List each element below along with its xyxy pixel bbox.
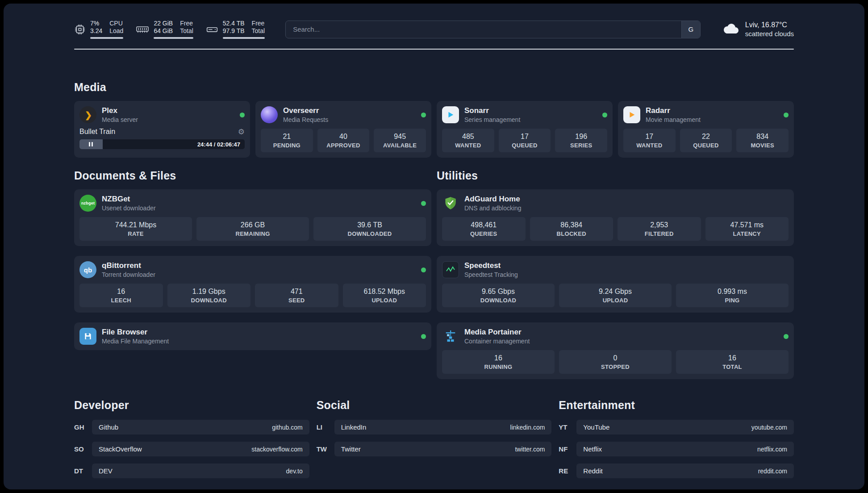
- link-tag: DT: [74, 467, 92, 475]
- system-metrics: 7% 3.24 CPU Load: [74, 20, 265, 39]
- adguard-card[interactable]: AdGuard Home DNS and adblocking 498,461 …: [437, 189, 794, 246]
- stat-box: 16 TOTAL: [676, 350, 789, 374]
- link-row: YT YouTube youtube.com: [559, 420, 794, 435]
- portainer-icon: [442, 328, 459, 345]
- stat-box: 485 WANTED: [442, 129, 494, 152]
- app-name: qBittorrent: [102, 261, 155, 270]
- status-dot: [421, 201, 426, 206]
- radarr-card[interactable]: Radarr Movie management 17 WANTED 22 QUE…: [618, 101, 794, 158]
- speedtest-stats: 9.65 Gbps DOWNLOAD 9.24 Gbps UPLOAD 0.99…: [442, 284, 789, 307]
- app-subtitle: Media server: [102, 116, 138, 123]
- sonarr-card[interactable]: Sonarr Series management 485 WANTED 17 Q…: [437, 101, 613, 158]
- link-tag: NF: [559, 445, 576, 453]
- nzbget-card[interactable]: nzbget NZBGet Usenet downloader 744.21 M…: [74, 189, 431, 246]
- stat-value: 17: [625, 133, 674, 141]
- status-dot: [784, 334, 789, 339]
- overseerr-card[interactable]: Overseerr Media Requests 21 PENDING 40 A…: [255, 101, 431, 158]
- qbittorrent-meta: qBittorrent Torrent downloader: [102, 261, 155, 278]
- filebrowser-card[interactable]: File Browser Media File Management: [74, 322, 431, 350]
- cpu-load-label: Load: [109, 27, 123, 35]
- section-entertainment: Entertainment YT YouTube youtube.com NF …: [559, 399, 794, 485]
- ram-total-label: Total: [180, 27, 193, 35]
- link-github[interactable]: Github github.com: [92, 420, 309, 435]
- speedtest-card[interactable]: Speedtest Speedtest Tracking 9.65 Gbps D…: [437, 256, 794, 313]
- app-name: Speedtest: [464, 261, 518, 270]
- plex-card[interactable]: ❯ Plex Media server Bullet Train ⚙︎ 24:4…: [74, 101, 250, 158]
- stat-label: APPROVED: [319, 142, 368, 149]
- portainer-card[interactable]: Media Portainer Container management 16 …: [437, 322, 794, 379]
- stat-box: 471 SEED: [255, 284, 338, 307]
- link-name: Netflix: [583, 445, 602, 453]
- link-url: dev.to: [286, 468, 303, 475]
- search-engine-button[interactable]: G: [681, 21, 700, 38]
- top-bar: 7% 3.24 CPU Load: [74, 20, 794, 39]
- link-stackoverflow[interactable]: StackOverflow stackoverflow.com: [92, 442, 309, 456]
- stat-box: 196 SERIES: [555, 129, 607, 152]
- app-name: Plex: [102, 106, 138, 115]
- link-row: GH Github github.com: [74, 420, 309, 435]
- qbittorrent-card-head: qb qBittorrent Torrent downloader: [79, 261, 426, 278]
- link-row: SO StackOverflow stackoverflow.com: [74, 442, 309, 456]
- stat-label: DOWNLOADED: [315, 230, 424, 237]
- search-input[interactable]: [286, 21, 681, 38]
- disk-metric-body: 52.4 TB 97.9 TB Free Total: [223, 20, 265, 39]
- filebrowser-icon: [79, 328, 96, 345]
- app-name: Media Portainer: [464, 328, 530, 337]
- link-url: stackoverflow.com: [251, 446, 302, 453]
- gear-icon[interactable]: ⚙︎: [238, 128, 245, 136]
- ram-free-value: 22 GiB: [154, 20, 173, 27]
- sonarr-card-head: Sonarr Series management: [442, 106, 607, 123]
- app-name: File Browser: [102, 328, 169, 337]
- stat-box: 945 AVAILABLE: [374, 129, 426, 152]
- section-documents: Documents & Files nzbget NZBGet Usenet d…: [74, 169, 431, 379]
- nzbget-card-head: nzbget NZBGet Usenet downloader: [79, 195, 426, 212]
- link-url: twitter.com: [515, 446, 545, 453]
- section-social: Social LI LinkedIn linkedin.com TW Twitt…: [317, 399, 552, 485]
- stat-box: 40 APPROVED: [317, 129, 370, 152]
- stat-box: 0.993 ms PING: [676, 284, 789, 307]
- plex-progress-bar[interactable]: 24:44 / 02:06:47: [79, 139, 245, 149]
- ram-metric: 22 GiB 64 GiB Free Total: [136, 20, 193, 39]
- qbittorrent-icon-text: qb: [84, 266, 92, 274]
- stat-box: 1.19 Gbps DOWNLOAD: [167, 284, 251, 307]
- qbittorrent-card[interactable]: qb qBittorrent Torrent downloader 16 LEE…: [74, 256, 431, 313]
- link-youtube[interactable]: YouTube youtube.com: [576, 420, 794, 435]
- middle-columns: Documents & Files nzbget NZBGet Usenet d…: [74, 169, 794, 379]
- link-linkedin[interactable]: LinkedIn linkedin.com: [334, 420, 552, 435]
- stat-box: 17 WANTED: [623, 129, 676, 152]
- stat-box: 266 GB REMAINING: [196, 217, 309, 241]
- stat-label: RUNNING: [444, 363, 553, 370]
- portainer-card-head: Media Portainer Container management: [442, 328, 789, 345]
- link-name: LinkedIn: [341, 423, 367, 431]
- ram-free-label: Free: [180, 20, 193, 27]
- pause-icon[interactable]: [89, 142, 93, 146]
- disk-free-label: Free: [252, 20, 265, 27]
- ram-icon: [136, 24, 149, 35]
- link-name: StackOverflow: [99, 445, 142, 453]
- stat-box: 39.6 TB DOWNLOADED: [313, 217, 426, 241]
- app-subtitle: Movie management: [646, 116, 701, 123]
- stat-value: 16: [678, 354, 787, 362]
- link-url: github.com: [272, 424, 302, 431]
- stat-label: RATE: [81, 230, 190, 237]
- speedtest-meta: Speedtest Speedtest Tracking: [464, 261, 518, 278]
- app-name: NZBGet: [102, 195, 156, 204]
- stat-value: 22: [682, 133, 730, 141]
- media-row: ❯ Plex Media server Bullet Train ⚙︎ 24:4…: [74, 101, 794, 158]
- link-name: YouTube: [583, 423, 609, 431]
- status-dot: [421, 334, 426, 339]
- stat-box: 498,461 QUERIES: [442, 217, 526, 241]
- stat-label: QUEUED: [501, 142, 549, 149]
- link-netflix[interactable]: Netflix netflix.com: [576, 442, 794, 456]
- stat-value: 1.19 Gbps: [169, 288, 249, 296]
- link-dev[interactable]: DEV dev.to: [92, 464, 309, 478]
- cpu-usage-bar: [90, 37, 123, 39]
- stat-label: AVAILABLE: [376, 142, 424, 149]
- link-reddit[interactable]: Reddit reddit.com: [576, 464, 794, 478]
- link-twitter[interactable]: Twitter twitter.com: [334, 442, 552, 456]
- stat-label: DOWNLOAD: [169, 297, 249, 304]
- stat-box: 22 QUEUED: [680, 129, 732, 152]
- cpu-label: CPU: [109, 20, 123, 27]
- sonarr-meta: Sonarr Series management: [464, 106, 520, 123]
- app-subtitle: Speedtest Tracking: [464, 271, 518, 278]
